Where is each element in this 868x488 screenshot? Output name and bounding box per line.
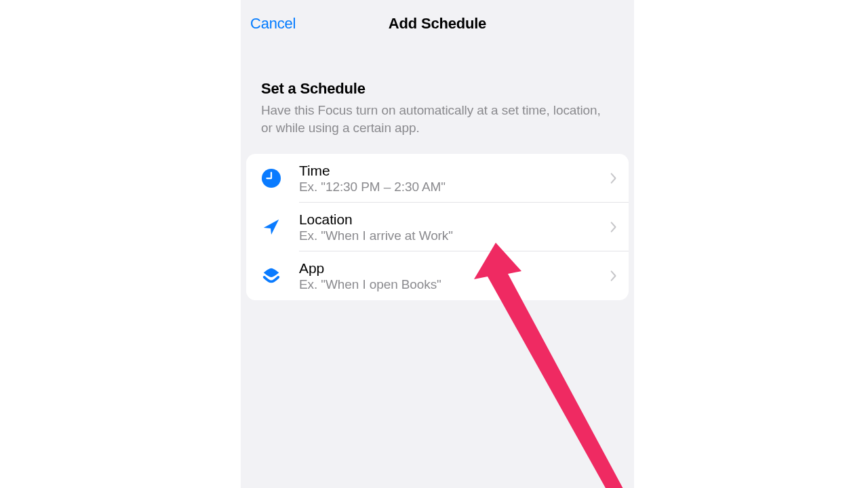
row-app[interactable]: App Ex. "When I open Books"	[246, 251, 629, 300]
chevron-right-icon	[608, 268, 619, 283]
row-location-text: Location Ex. "When I arrive at Work"	[299, 211, 608, 243]
chevron-right-icon	[608, 220, 619, 235]
section-header: Set a Schedule Have this Focus turn on a…	[241, 47, 634, 144]
navbar: Cancel Add Schedule	[241, 0, 634, 47]
add-schedule-sheet: Cancel Add Schedule Set a Schedule Have …	[241, 0, 634, 488]
location-arrow-icon	[260, 216, 283, 239]
row-location-subtitle: Ex. "When I arrive at Work"	[299, 228, 608, 243]
row-app-title: App	[299, 260, 608, 277]
row-app-text: App Ex. "When I open Books"	[299, 260, 608, 292]
cancel-button[interactable]: Cancel	[250, 15, 296, 33]
row-time[interactable]: Time Ex. "12:30 PM – 2:30 AM"	[246, 154, 629, 203]
row-location-title: Location	[299, 211, 608, 228]
row-time-text: Time Ex. "12:30 PM – 2:30 AM"	[299, 163, 608, 195]
chevron-right-icon	[608, 171, 619, 186]
row-time-title: Time	[299, 163, 608, 179]
page-title: Add Schedule	[389, 15, 486, 33]
clock-icon	[260, 167, 283, 190]
row-time-subtitle: Ex. "12:30 PM – 2:30 AM"	[299, 180, 608, 195]
row-app-subtitle: Ex. "When I open Books"	[299, 277, 608, 292]
row-location[interactable]: Location Ex. "When I arrive at Work"	[246, 203, 629, 251]
layers-icon	[260, 264, 283, 287]
section-description: Have this Focus turn on automatically at…	[261, 102, 614, 136]
section-title: Set a Schedule	[261, 80, 614, 98]
schedule-options-list: Time Ex. "12:30 PM – 2:30 AM" Location E…	[246, 154, 629, 300]
